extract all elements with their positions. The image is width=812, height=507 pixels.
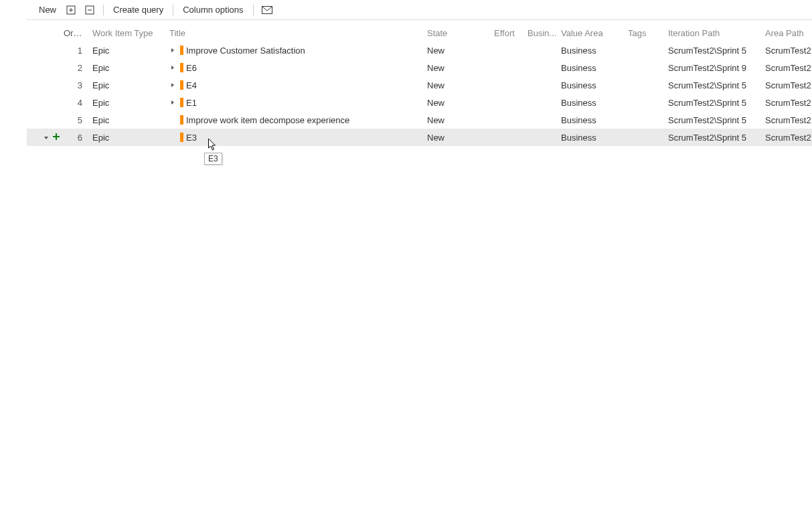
expand-icon[interactable]	[169, 99, 176, 106]
title-cell[interactable]: E3	[167, 133, 425, 143]
state-cell: New	[425, 133, 492, 143]
value-area-cell: Business	[559, 115, 626, 125]
title-text: E1	[186, 98, 197, 108]
type-cell: Epic	[90, 46, 167, 56]
col-value-area[interactable]: Value Area	[559, 28, 626, 38]
type-color-bar	[180, 46, 183, 55]
col-area-path[interactable]: Area Path	[763, 28, 812, 38]
order-cell: 3	[64, 80, 90, 90]
order-cell: 2	[64, 63, 90, 73]
iteration-cell: ScrumTest2\Sprint 5	[666, 80, 763, 90]
order-cell: 4	[64, 98, 90, 108]
order-cell: 6	[64, 133, 90, 143]
value-area-cell: Business	[559, 133, 626, 143]
iteration-cell: ScrumTest2\Sprint 5	[666, 115, 763, 125]
table-row[interactable]: 6EpicE3NewBusinessScrumTest2\Sprint 5Scr…	[27, 129, 812, 146]
new-label: New	[39, 5, 56, 15]
type-color-bar	[180, 80, 183, 90]
area-cell: ScrumTest2	[763, 133, 812, 143]
tooltip-text: E3	[208, 154, 218, 163]
title-cell[interactable]: E1	[167, 98, 425, 108]
state-cell: New	[425, 115, 492, 125]
title-text: Improve Customer Satisfaction	[186, 46, 305, 56]
col-work-item-type[interactable]: Work Item Type	[90, 28, 167, 38]
column-options-button[interactable]: Column options	[177, 0, 248, 19]
iteration-cell: ScrumTest2\Sprint 5	[666, 46, 763, 56]
separator	[253, 5, 254, 15]
col-effort[interactable]: Effort	[492, 28, 525, 38]
table-row[interactable]: 3EpicE4NewBusinessScrumTest2\Sprint 5Scr…	[27, 76, 812, 94]
type-cell: Epic	[90, 80, 167, 90]
title-text: Improve work item decompose experience	[186, 115, 349, 125]
col-tags[interactable]: Tags	[626, 28, 666, 38]
value-area-cell: Business	[559, 80, 626, 90]
expand-icon[interactable]	[169, 47, 176, 54]
title-cell[interactable]: E6	[167, 63, 425, 73]
type-cell: Epic	[90, 98, 167, 108]
order-cell: 5	[64, 115, 90, 125]
mail-icon	[262, 6, 272, 14]
row-menu-caret-icon[interactable]	[44, 133, 49, 143]
table-row[interactable]: 4EpicE1NewBusinessScrumTest2\Sprint 5Scr…	[27, 94, 812, 111]
area-cell: ScrumTest2	[763, 46, 812, 56]
table-row[interactable]: 2EpicE6NewBusinessScrumTest2\Sprint 9Scr…	[27, 59, 812, 76]
create-query-label: Create query	[113, 5, 163, 15]
col-title[interactable]: Title	[167, 28, 425, 38]
state-cell: New	[425, 63, 492, 73]
iteration-cell: ScrumTest2\Sprint 5	[666, 133, 763, 143]
iteration-cell: ScrumTest2\Sprint 9	[666, 63, 763, 73]
row-gutter	[27, 132, 64, 143]
create-query-button[interactable]: Create query	[108, 0, 169, 19]
tooltip: E3	[204, 153, 222, 165]
type-color-bar	[180, 98, 183, 107]
table-row[interactable]: 5EpicImprove work item decompose experie…	[27, 111, 812, 129]
value-area-cell: Business	[559, 98, 626, 108]
type-color-bar	[180, 63, 183, 72]
title-cell[interactable]: E4	[167, 80, 425, 90]
minus-square-icon	[85, 5, 94, 15]
value-area-cell: Business	[559, 46, 626, 56]
type-color-bar	[180, 115, 183, 125]
separator	[103, 5, 104, 15]
type-cell: Epic	[90, 63, 167, 73]
toolbar: New Create query Column options	[27, 0, 812, 20]
area-cell: ScrumTest2	[763, 63, 812, 73]
col-state[interactable]: State	[425, 28, 492, 38]
order-cell: 1	[64, 46, 90, 56]
title-text: E3	[186, 133, 197, 143]
state-cell: New	[425, 46, 492, 56]
title-text: E6	[186, 63, 197, 73]
iteration-cell: ScrumTest2\Sprint 5	[666, 98, 763, 108]
table-row[interactable]: 1EpicImprove Customer SatisfactionNewBus…	[27, 42, 812, 59]
title-cell[interactable]: Improve Customer Satisfaction	[167, 46, 425, 56]
state-cell: New	[425, 80, 492, 90]
email-button[interactable]	[258, 1, 276, 19]
state-cell: New	[425, 98, 492, 108]
separator	[173, 5, 173, 15]
column-options-label: Column options	[183, 5, 243, 15]
type-cell: Epic	[90, 115, 167, 125]
area-cell: ScrumTest2	[763, 115, 812, 125]
expand-icon[interactable]	[169, 82, 176, 88]
plus-square-icon	[66, 5, 76, 15]
expand-all-button[interactable]	[62, 1, 80, 19]
title-cell[interactable]: Improve work item decompose experience	[167, 115, 425, 125]
column-header-row: Order Work Item Type Title State Effort …	[27, 24, 812, 42]
collapse-all-button[interactable]	[80, 1, 99, 19]
area-cell: ScrumTest2	[763, 98, 812, 108]
value-area-cell: Business	[559, 63, 626, 73]
col-iteration-path[interactable]: Iteration Path	[666, 28, 763, 38]
col-order[interactable]: Order	[64, 28, 90, 38]
area-cell: ScrumTest2	[763, 80, 812, 90]
type-color-bar	[180, 133, 183, 142]
col-business[interactable]: Busin...	[525, 28, 559, 38]
expand-icon[interactable]	[169, 64, 176, 71]
title-text: E4	[186, 80, 197, 90]
work-item-grid: Order Work Item Type Title State Effort …	[27, 24, 812, 146]
new-button[interactable]: New	[33, 0, 62, 19]
type-cell: Epic	[90, 133, 167, 143]
add-child-icon[interactable]	[52, 132, 61, 143]
